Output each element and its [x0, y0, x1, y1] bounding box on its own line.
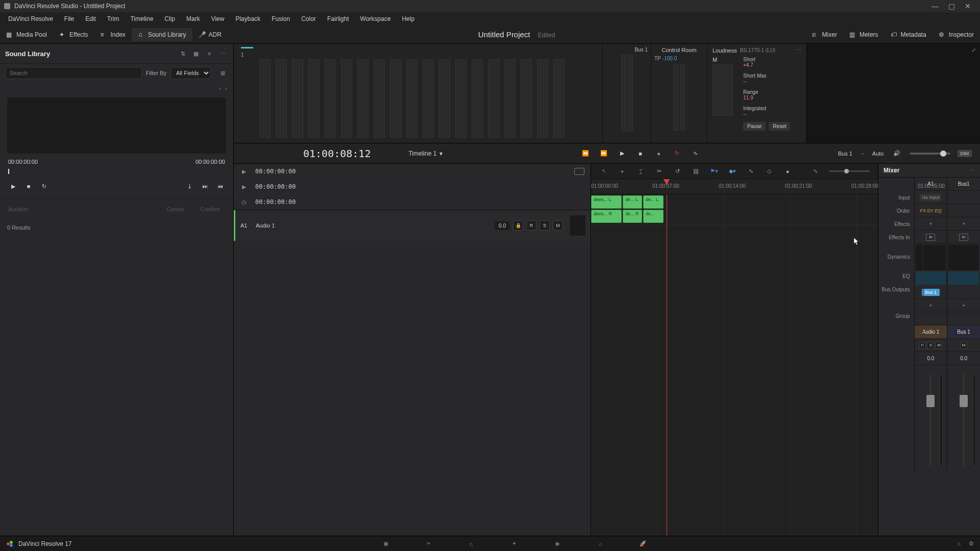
fusion-page-button[interactable]: ✦ — [508, 539, 521, 549]
strip-add-effect[interactable]: + — [962, 221, 965, 227]
rewind-button[interactable]: ⏪ — [580, 148, 591, 159]
cut-page-button[interactable]: ✂ — [423, 539, 435, 549]
metadata-button[interactable]: 🏷Metadata — [885, 28, 933, 41]
menu-help[interactable]: Help — [397, 13, 420, 24]
strip-fader[interactable] — [947, 369, 980, 471]
track-lane-a1[interactable]: dees... L dees... R de... L de... R de..… — [591, 194, 878, 225]
loop-playback-button[interactable]: ↻ — [672, 148, 683, 159]
timeline-area[interactable]: ↖ + ⌶ ✂ ↺ ⛓ ⚑▾ ◆▾ ∿ ◇ ● ⤡ 01:00:00:00 — [591, 164, 878, 536]
sort-icon[interactable]: ⇅ — [177, 48, 188, 59]
track-lock-button[interactable] — [513, 220, 523, 231]
dim-button[interactable]: DIM — [958, 150, 972, 157]
loudness-menu-icon[interactable]: ⋯ — [796, 47, 801, 54]
waveform-icon[interactable]: ∿ — [746, 167, 755, 176]
track-solo-button[interactable]: S — [540, 220, 550, 231]
strip-s[interactable]: S — [927, 342, 934, 349]
menu-mark[interactable]: Mark — [181, 13, 205, 24]
play-button[interactable]: ▶ — [617, 148, 628, 159]
selection-tool[interactable]: ↖ — [599, 167, 608, 176]
grid-view-icon[interactable]: ▦ — [190, 48, 202, 59]
flag-tool[interactable]: ⚑▾ — [709, 167, 719, 176]
strip-eq[interactable] — [948, 271, 979, 285]
mixer-toggle-button[interactable]: ⎚Mixer — [806, 28, 843, 41]
settings-icon[interactable]: ⚙ — [969, 540, 974, 547]
mixer-menu-icon[interactable]: ⋯ — [969, 167, 975, 174]
popout-icon[interactable]: ⤢ — [971, 47, 976, 54]
media-pool-button[interactable]: ▦Media Pool — [0, 28, 53, 41]
menu-file[interactable]: File — [59, 13, 79, 24]
more-options-icon[interactable]: ⋯ — [217, 48, 228, 59]
meters-toggle-button[interactable]: ▥Meters — [843, 28, 885, 41]
master-timecode[interactable]: 01:00:08:12 — [303, 147, 371, 160]
menu-clip[interactable]: Clip — [159, 13, 180, 24]
menu-trim[interactable]: Trim — [102, 13, 125, 24]
close-button[interactable]: ✕ — [960, 2, 976, 10]
timeline-ruler[interactable]: 01:00:00:00 01:00:07:00 01:00:14:00 01:0… — [591, 179, 878, 194]
fastforward-button[interactable]: ⏩ — [598, 148, 609, 159]
audio-clip[interactable]: dees... L — [591, 195, 622, 209]
menu-workspace[interactable]: Workspace — [355, 13, 396, 24]
strip-add-bus[interactable]: + — [929, 303, 933, 308]
skip-prev-icon[interactable]: ⏮ — [215, 181, 225, 191]
track-arm-button[interactable]: R — [526, 220, 536, 231]
automation-icon[interactable]: ∿ — [690, 148, 701, 159]
track-name[interactable]: Audio 1 — [256, 222, 291, 229]
skip-next-icon[interactable]: ⏭ — [200, 181, 210, 191]
strip-effects-in[interactable]: In — [926, 234, 935, 241]
minimize-button[interactable]: — — [927, 2, 943, 10]
menu-view[interactable]: View — [206, 13, 230, 24]
inspector-button[interactable]: ⚙Inspector — [933, 28, 980, 41]
record-button[interactable]: ● — [653, 148, 665, 159]
filter-options-icon[interactable]: ⊞ — [217, 67, 228, 79]
reset-button[interactable]: Reset — [769, 122, 790, 131]
razor-tool[interactable]: ✂ — [654, 167, 664, 176]
nav-prev-icon[interactable]: ‹ — [219, 85, 222, 91]
strip-group[interactable] — [947, 312, 980, 325]
timeline-selector[interactable]: Timeline 1 ▾ — [408, 150, 443, 157]
strip-m[interactable]: M — [960, 342, 967, 349]
snap-icon[interactable]: ◇ — [765, 167, 774, 176]
index-button[interactable]: ≡Index — [94, 28, 132, 41]
list-view-icon[interactable]: ≡ — [204, 48, 215, 59]
playhead-line[interactable] — [667, 194, 667, 536]
sound-library-button[interactable]: ♫Sound Library — [132, 28, 192, 41]
tc-clock-icon[interactable]: ◷ — [240, 199, 248, 206]
strip-m[interactable]: M — [935, 342, 942, 349]
marker-tool[interactable]: ◆▾ — [728, 167, 737, 176]
stop-button[interactable]: ■ — [23, 181, 34, 191]
strip-dynamics[interactable] — [948, 245, 979, 270]
fairlight-page-button[interactable]: ♫ — [594, 539, 606, 549]
volume-slider[interactable] — [910, 153, 950, 155]
dot-icon[interactable]: ● — [783, 167, 792, 176]
tc-play-icon[interactable]: ▶ — [240, 168, 248, 175]
preview-scrubber[interactable] — [8, 169, 225, 173]
color-page-button[interactable]: ◉ — [551, 539, 564, 549]
strip-eq[interactable] — [916, 271, 946, 285]
menu-timeline[interactable]: Timeline — [125, 13, 158, 24]
menu-davinci[interactable]: DaVinci Resolve — [3, 13, 58, 24]
search-input[interactable] — [5, 67, 142, 79]
strip-busout[interactable]: Bus 1 — [922, 289, 940, 296]
track-header-a1[interactable]: A1 Audio 1 0.0 R S M — [234, 210, 591, 241]
range-tool[interactable]: ⌶ — [636, 167, 645, 176]
deliver-page-button[interactable]: 🚀 — [637, 539, 649, 549]
menu-fairlight[interactable]: Fairlight — [322, 13, 354, 24]
audio-clip[interactable]: de... R — [623, 210, 642, 223]
confirm-button[interactable]: Confirm — [195, 204, 225, 214]
adr-button[interactable]: 🎤ADR — [192, 28, 228, 41]
edit-page-button[interactable]: ⎌ — [465, 539, 478, 549]
play-button[interactable]: ▶ — [8, 181, 18, 191]
add-tool[interactable]: + — [618, 167, 627, 176]
stop-button[interactable]: ■ — [635, 148, 646, 159]
menu-color[interactable]: Color — [296, 13, 321, 24]
zoom-fit-icon[interactable]: ⤡ — [811, 167, 820, 176]
maximize-button[interactable]: ▢ — [943, 2, 960, 10]
audio-clip[interactable]: de... L — [643, 195, 664, 209]
cancel-button[interactable]: Cancel — [161, 204, 189, 214]
strip-fader[interactable] — [915, 369, 947, 471]
loop-button[interactable]: ↻ — [39, 181, 49, 191]
strip-add-effect[interactable]: + — [929, 221, 933, 227]
trim-tool[interactable]: ↺ — [673, 167, 682, 176]
monitor-auto-label[interactable]: Auto — [872, 151, 884, 157]
strip-effects-in[interactable]: In — [959, 234, 968, 241]
